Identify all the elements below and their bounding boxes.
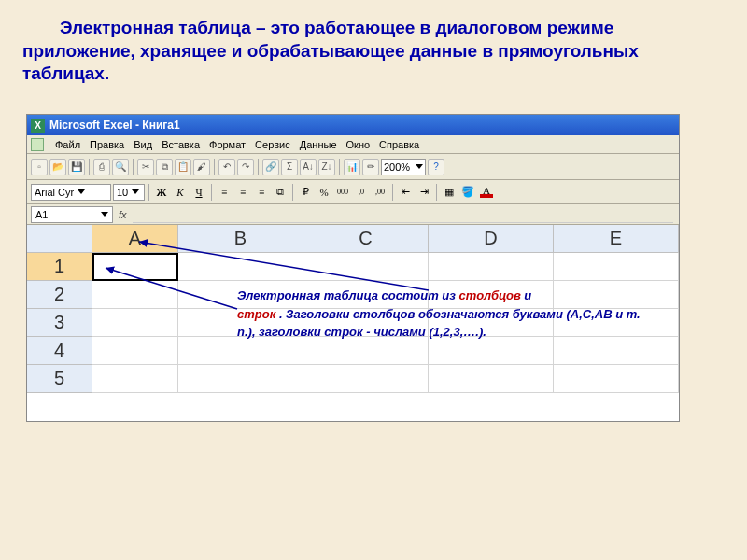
drawing-icon[interactable]: ✏ — [362, 159, 379, 175]
increase-decimal-icon[interactable]: ,0 — [353, 184, 370, 201]
excel-app-icon: X — [31, 119, 45, 133]
cell-B5[interactable] — [178, 365, 303, 393]
undo-icon[interactable]: ↶ — [218, 159, 235, 175]
cell-D5[interactable] — [429, 365, 554, 393]
menu-help[interactable]: Справка — [379, 139, 419, 150]
zoom-combo[interactable]: 200% — [381, 159, 426, 175]
cell-A2[interactable] — [92, 281, 178, 309]
separator — [211, 184, 212, 201]
autosum-icon[interactable]: Σ — [281, 159, 298, 175]
borders-icon[interactable]: ▦ — [441, 184, 458, 201]
select-all-corner[interactable] — [27, 225, 92, 253]
row-header-4[interactable]: 4 — [27, 337, 92, 365]
italic-button[interactable]: К — [172, 184, 189, 201]
separator — [133, 159, 134, 175]
cell-A3[interactable] — [92, 309, 178, 337]
percent-icon[interactable]: % — [316, 184, 332, 201]
separator — [89, 159, 90, 175]
separator — [292, 184, 293, 201]
separator — [339, 159, 340, 175]
name-box[interactable]: A1 — [31, 206, 113, 223]
indent-increase-icon[interactable]: ⇥ — [416, 184, 432, 201]
row-header-5[interactable]: 5 — [27, 365, 92, 393]
redo-icon[interactable]: ↷ — [237, 159, 254, 175]
indent-decrease-icon[interactable]: ⇤ — [397, 184, 414, 201]
paste-icon[interactable]: 📋 — [175, 159, 191, 175]
size-value: 10 — [117, 187, 128, 198]
standard-toolbar: ▫ 📂 💾 ⎙ 🔍 ✂ ⧉ 📋 🖌 ↶ ↷ 🔗 Σ A↓ Z↓ 📊 ✏ 200% — [27, 154, 679, 180]
row-header-2[interactable]: 2 — [27, 281, 92, 309]
menu-window[interactable]: Окно — [346, 139, 371, 150]
separator — [258, 159, 259, 175]
fill-color-icon[interactable]: 🪣 — [459, 184, 476, 201]
print-preview-icon[interactable]: 🔍 — [112, 159, 129, 175]
cell-E5[interactable] — [554, 365, 679, 393]
menu-data[interactable]: Данные — [300, 139, 337, 150]
formula-input[interactable] — [133, 206, 673, 223]
bold-button[interactable]: Ж — [153, 184, 170, 201]
font-value: Arial Cyr — [35, 187, 74, 198]
align-center-icon[interactable]: ≡ — [234, 184, 251, 201]
merge-center-icon[interactable]: ⧉ — [272, 184, 289, 201]
sort-asc-icon[interactable]: A↓ — [300, 159, 317, 175]
decrease-decimal-icon[interactable]: ,00 — [372, 184, 388, 201]
save-icon[interactable]: 💾 — [68, 159, 85, 175]
fx-icon[interactable]: fx — [119, 209, 127, 220]
dropdown-icon — [416, 164, 423, 169]
align-left-icon[interactable]: ≡ — [216, 184, 233, 201]
column-headers: A B C D E — [27, 225, 679, 253]
col-header-D[interactable]: D — [429, 225, 554, 253]
chart-icon[interactable]: 📊 — [344, 159, 360, 175]
cell-D4[interactable] — [429, 337, 554, 365]
grid-row: 5 — [27, 365, 679, 393]
col-header-E[interactable]: E — [554, 225, 679, 253]
cell-C1[interactable] — [303, 253, 429, 281]
cell-B1[interactable] — [178, 253, 303, 281]
cell-A4[interactable] — [92, 337, 178, 365]
font-size-combo[interactable]: 10 — [113, 184, 145, 201]
cell-C5[interactable] — [303, 365, 429, 393]
cell-A5[interactable] — [92, 365, 178, 393]
row-header-3[interactable]: 3 — [27, 309, 92, 337]
cell-B4[interactable] — [178, 337, 303, 365]
separator — [392, 184, 393, 201]
col-header-B[interactable]: B — [178, 225, 303, 253]
menu-insert[interactable]: Вставка — [162, 139, 200, 150]
cell-A1[interactable] — [92, 253, 178, 281]
cut-icon[interactable]: ✂ — [137, 159, 154, 175]
menu-view[interactable]: Вид — [134, 139, 152, 150]
cell-E1[interactable] — [554, 253, 679, 281]
font-combo[interactable]: Arial Cyr — [31, 184, 111, 201]
cell-D1[interactable] — [429, 253, 554, 281]
help-icon[interactable]: ? — [428, 159, 444, 175]
cell-E4[interactable] — [554, 337, 679, 365]
currency-icon[interactable]: ₽ — [297, 184, 314, 201]
annotation-text: Электронная таблица состоит из столбцов … — [237, 287, 648, 342]
open-icon[interactable]: 📂 — [49, 159, 66, 175]
copy-icon[interactable]: ⧉ — [156, 159, 173, 175]
hyperlink-icon[interactable]: 🔗 — [262, 159, 279, 175]
name-box-value: A1 — [35, 209, 48, 220]
workbook-icon — [31, 138, 44, 151]
thousands-icon[interactable]: 000 — [334, 184, 351, 201]
menu-bar: Файл Правка Вид Вставка Формат Сервис Да… — [27, 135, 679, 154]
print-icon[interactable]: ⎙ — [93, 159, 110, 175]
menu-format[interactable]: Формат — [209, 139, 246, 150]
formatting-toolbar: Arial Cyr 10 Ж К Ч ≡ ≡ ≡ ⧉ ₽ % 000 ,0 ,0… — [27, 180, 679, 204]
row-header-1[interactable]: 1 — [27, 253, 92, 281]
sort-desc-icon[interactable]: Z↓ — [318, 159, 335, 175]
menu-file[interactable]: Файл — [55, 139, 80, 150]
new-icon[interactable]: ▫ — [31, 159, 48, 175]
separator — [214, 159, 215, 175]
col-header-C[interactable]: C — [303, 225, 429, 253]
align-right-icon[interactable]: ≡ — [253, 184, 270, 201]
slide: Электронная таблица – это работающее в д… — [0, 0, 747, 560]
font-color-icon[interactable]: A — [478, 184, 495, 201]
separator — [148, 184, 149, 201]
cell-C4[interactable] — [303, 337, 429, 365]
menu-edit[interactable]: Правка — [90, 139, 124, 150]
format-painter-icon[interactable]: 🖌 — [193, 159, 210, 175]
col-header-A[interactable]: A — [92, 225, 178, 253]
underline-button[interactable]: Ч — [190, 184, 207, 201]
menu-tools[interactable]: Сервис — [255, 139, 290, 150]
